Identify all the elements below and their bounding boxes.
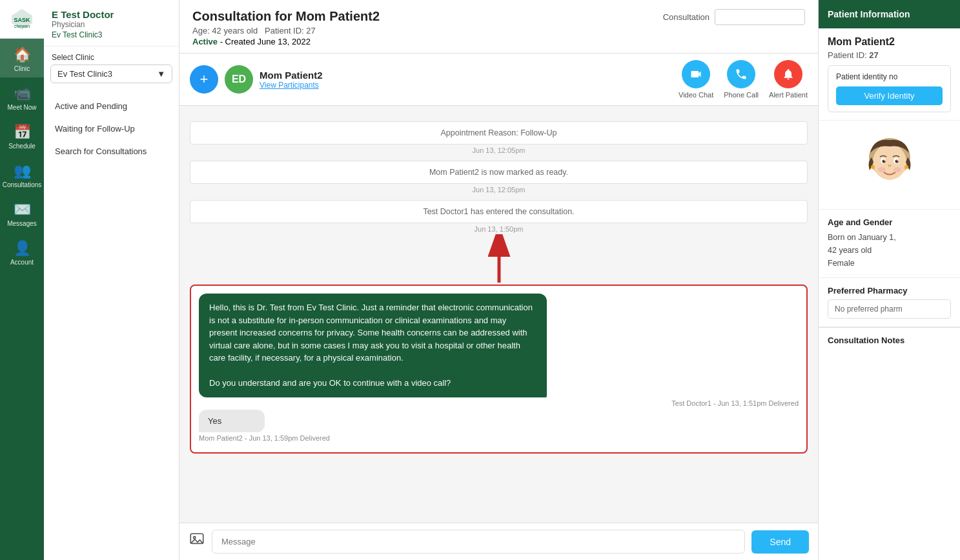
gender-text: Female xyxy=(828,257,951,270)
consultation-header-input[interactable] xyxy=(715,9,805,25)
patient-id-label: Patient ID: xyxy=(828,50,867,60)
consultations-label: Consultations xyxy=(3,181,42,188)
phone-icon xyxy=(727,60,755,88)
pharmacy-label: Preferred Pharmacy xyxy=(828,286,951,295)
svg-point-17 xyxy=(904,165,908,169)
system-message-text-1: Appointment Reason: Follow-Up xyxy=(190,121,808,145)
system-message-3: Test Doctor1 has entered the consultatio… xyxy=(190,200,808,233)
patient-id: Patient ID: 27 xyxy=(265,26,316,35)
doctor-clinic: Ev Test Clinic3 xyxy=(52,30,171,39)
sidebar-menu-active-pending[interactable]: Active and Pending xyxy=(44,95,179,117)
red-arrow-container xyxy=(190,234,808,286)
view-participants-link[interactable]: View Participants xyxy=(260,81,323,90)
svg-point-14 xyxy=(884,160,885,161)
sidebar-item-schedule[interactable]: 📅 Schedule xyxy=(0,116,44,155)
right-panel-patient-id: Patient ID: 27 xyxy=(828,50,951,60)
account-label: Account xyxy=(10,259,34,266)
schedule-icon: 📅 xyxy=(14,124,31,141)
doctor-message-row: Hello, this is Dr. Test from Ev Test Cli… xyxy=(199,294,799,407)
phone-call-button[interactable]: Phone Call xyxy=(724,60,759,99)
system-message-text-3: Test Doctor1 has entered the consultatio… xyxy=(190,200,808,223)
system-time-3: Jun 13, 1:50pm xyxy=(190,225,808,233)
verify-identity-button[interactable]: Verify Identity xyxy=(836,86,943,105)
video-label: Video Chat xyxy=(679,91,713,99)
chat-header: + ED Mom Patient2 View Participants Vide… xyxy=(179,54,818,106)
consultation-status: Active - Created June 13, 2022 xyxy=(192,37,380,46)
header-right: Consultation xyxy=(663,9,805,25)
svg-point-16 xyxy=(871,165,875,169)
video-chat-button[interactable]: Video Chat xyxy=(679,60,713,99)
doctor-message-bubble: Hello, this is Dr. Test from Ev Test Cli… xyxy=(199,294,547,397)
sidebar-menu-search[interactable]: Search for Consultations xyxy=(44,140,179,163)
right-panel-title: Patient Information xyxy=(828,9,910,19)
sidebar-menu-waiting-followup[interactable]: Waiting for Follow-Up xyxy=(44,117,179,140)
status-active-text: Active xyxy=(192,37,218,46)
dropdown-arrow-icon: ▼ xyxy=(157,69,165,79)
born-text: Born on January 1, xyxy=(828,231,951,244)
doctor-name: E Test Doctor xyxy=(52,9,171,20)
phone-label: Phone Call xyxy=(724,91,759,99)
chat-patient-name: Mom Patient2 xyxy=(260,70,323,81)
sidebar-item-account[interactable]: 👤 Account xyxy=(0,232,44,271)
messages-container: Appointment Reason: Follow-Up Jun 13, 12… xyxy=(179,106,818,523)
pharmacy-section: Preferred Pharmacy No preferred pharm xyxy=(819,278,960,327)
svg-point-18 xyxy=(878,167,886,172)
consultation-meta: Age: 42 years old Patient ID: 27 xyxy=(192,26,380,35)
main-header: Consultation for Mom Patient2 Age: 42 ye… xyxy=(179,0,818,54)
sidebar-item-messages[interactable]: ✉️ Messages xyxy=(0,194,44,232)
status-separator: - xyxy=(220,37,225,46)
patient-message-meta: Mom Patient2 - Jun 13, 1:59pm Delivered xyxy=(199,434,330,442)
send-button[interactable]: Send xyxy=(751,530,809,554)
consultation-title: Consultation for Mom Patient2 xyxy=(192,9,380,24)
chat-header-left: + ED Mom Patient2 View Participants xyxy=(190,65,323,94)
system-message-1: Appointment Reason: Follow-Up Jun 13, 12… xyxy=(190,121,808,154)
sidebar-menu: Active and Pending Waiting for Follow-Up… xyxy=(44,90,179,168)
patient-identity-box: Patient identity no Verify Identity xyxy=(828,65,951,112)
doctor-role: Physician xyxy=(52,20,171,29)
consultations-icon: 👥 xyxy=(14,163,31,179)
attach-button[interactable] xyxy=(189,532,205,552)
message-input[interactable] xyxy=(212,530,745,554)
sidebar-item-consultations[interactable]: 👥 Consultations xyxy=(0,155,44,194)
svg-point-19 xyxy=(894,167,901,172)
alert-patient-button[interactable]: Alert Patient xyxy=(769,60,808,99)
svg-point-7 xyxy=(194,536,196,538)
doctor-info: E Test Doctor Physician Ev Test Clinic3 xyxy=(44,0,179,46)
patient-cartoon-avatar xyxy=(861,135,919,193)
sidebar-item-meet-now[interactable]: 📹 Meet Now xyxy=(0,77,44,116)
add-participant-button[interactable]: + xyxy=(190,65,218,94)
clinic-selector[interactable]: Ev Test Clinic3 ▼ xyxy=(50,65,172,83)
born-date: Born on January 1, 42 years old Female xyxy=(828,231,951,270)
clinic-icon: 🏠 xyxy=(14,46,31,63)
svg-text:chewan: chewan xyxy=(14,24,30,28)
consultation-notes-title: Consultation Notes xyxy=(828,335,951,345)
alert-label: Alert Patient xyxy=(769,91,808,99)
system-time-2: Jun 13, 12:05pm xyxy=(190,186,808,194)
red-border-section: Hello, this is Dr. Test from Ev Test Cli… xyxy=(190,285,808,454)
account-icon: 👤 xyxy=(14,240,31,257)
messages-icon: ✉️ xyxy=(14,201,31,218)
svg-text:SASK: SASK xyxy=(14,17,30,23)
created-date: Created June 13, 2022 xyxy=(225,37,311,46)
main-content: Consultation for Mom Patient2 Age: 42 ye… xyxy=(179,0,818,560)
sidebar: E Test Doctor Physician Ev Test Clinic3 … xyxy=(44,0,179,560)
clinic-label: Clinic xyxy=(14,65,30,72)
patient-name-area: Mom Patient2 View Participants xyxy=(260,70,323,90)
messages-label: Messages xyxy=(7,220,37,227)
sidebar-item-clinic[interactable]: 🏠 Clinic xyxy=(0,39,44,77)
schedule-label: Schedule xyxy=(8,143,36,150)
select-clinic-label: Select Clinic xyxy=(44,46,179,65)
consultation-info: Consultation for Mom Patient2 Age: 42 ye… xyxy=(192,9,380,46)
video-icon xyxy=(682,60,710,88)
patient-avatar: ED xyxy=(225,65,253,94)
patient-id-value: 27 xyxy=(869,50,878,60)
patient-identity-label: Patient identity no xyxy=(836,72,943,81)
patient-message-bubble: Yes xyxy=(199,410,265,432)
age-text: 42 years old xyxy=(828,244,951,257)
patient-age: Age: 42 years old xyxy=(192,26,258,35)
doctor-message-meta: Test Doctor1 - Jun 13, 1:51pm Delivered xyxy=(199,399,799,407)
consultation-header-label: Consultation xyxy=(663,12,710,22)
meet-now-icon: 📹 xyxy=(14,85,31,102)
system-message-text-2: Mom Patient2 is now marked as ready. xyxy=(190,161,808,184)
red-up-arrow-icon xyxy=(486,234,512,286)
